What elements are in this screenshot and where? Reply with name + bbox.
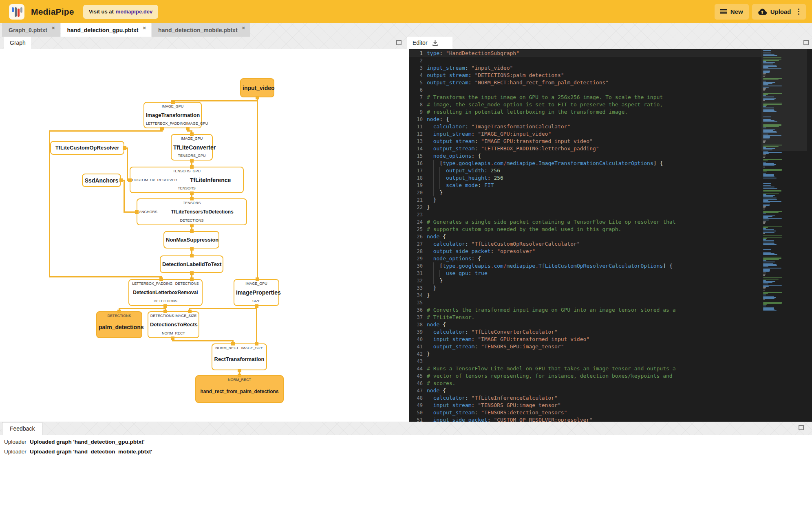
tab-editor[interactable]: Editor bbox=[407, 37, 452, 49]
graph-node-TfLiteConverter[interactable]: IMAGE_GPUTfLiteConverterTENSORS_GPU bbox=[171, 134, 213, 161]
port-square bbox=[171, 337, 174, 340]
graph-node-ImageProperties[interactable]: IMAGE_GPUImagePropertiesSIZE bbox=[234, 279, 279, 306]
node-title-row: RectTransformation bbox=[214, 350, 265, 368]
file-tab-label: hand_detection_gpu.pbtxt bbox=[67, 27, 139, 33]
node-title: TfLiteConverter bbox=[173, 144, 216, 151]
graph-tab-label: Graph bbox=[10, 40, 26, 46]
node-output-ports: DETECTIONS bbox=[139, 218, 245, 223]
graph-node-DetectionLabelIdToText[interactable]: DetectionLabelIdToText bbox=[160, 255, 223, 273]
node-output-ports: NORM_RECT bbox=[150, 331, 197, 336]
upload-button[interactable]: Upload bbox=[752, 4, 806, 20]
node-title: hand_rect_from_palm_detections bbox=[198, 388, 281, 395]
line-number: 5 bbox=[409, 79, 423, 86]
graph-node-ImageTransformation[interactable]: IMAGE_GPUImageTransformationLETTERBOX_PA… bbox=[143, 102, 202, 128]
code-area[interactable]: 1type: "HandDetectionSubgraph"23input_st… bbox=[409, 50, 761, 422]
graph-node-hand_rect_from_palm_detections[interactable]: NORM_RECThand_rect_from_palm_detections bbox=[195, 375, 284, 403]
line-number: 31 bbox=[409, 270, 423, 277]
node-output-ports: DETECTIONS bbox=[131, 299, 200, 304]
port-square bbox=[160, 127, 164, 130]
close-icon[interactable]: × bbox=[51, 25, 56, 31]
visit-link[interactable]: Visit us at mediapipe.dev bbox=[83, 5, 159, 19]
graph-node-DetectionLetterboxRemoval[interactable]: LETTERBOX_PADDINGDETECTIONSDetectionLett… bbox=[128, 279, 203, 306]
port-square bbox=[255, 304, 258, 308]
code-line: 13 output_stream: "IMAGE_GPU:transformed… bbox=[409, 138, 761, 145]
close-icon[interactable]: × bbox=[142, 25, 147, 31]
download-icon[interactable] bbox=[432, 40, 439, 46]
node-title-row: CUSTOM_OP_RESOLVERTfLiteInference bbox=[132, 174, 241, 186]
line-number: 20 bbox=[409, 189, 423, 196]
new-graph-icon bbox=[720, 9, 727, 14]
visit-url[interactable]: mediapipe.dev bbox=[116, 9, 152, 15]
code-line: 50 output_stream: "TENSORS:detection_ten… bbox=[409, 409, 761, 416]
graph-node-TfLiteInference[interactable]: TENSORS_GPUCUSTOM_OP_RESOLVERTfLiteInfer… bbox=[130, 167, 244, 193]
tab-graph[interactable]: Graph bbox=[4, 37, 31, 49]
edge-segment bbox=[127, 147, 128, 181]
node-input-ports: TENSORS_GPU bbox=[132, 169, 241, 174]
graph-node-DetectionsToRects[interactable]: DETECTIONSIMAGE_SIZEDetectionsToRectsNOR… bbox=[148, 311, 199, 338]
close-icon[interactable]: × bbox=[241, 25, 246, 31]
main-area: Graph Editor input_videoIMAGE_GPUImageTr… bbox=[0, 37, 812, 422]
feedback-tab-strip: Feedback bbox=[0, 422, 812, 435]
line-number: 45 bbox=[409, 372, 423, 380]
node-input-ports: NORM_RECTIMAGE_SIZE bbox=[214, 346, 265, 350]
port-square bbox=[190, 159, 194, 163]
feedback-tab-label: Feedback bbox=[10, 425, 35, 432]
file-tab-hand_detection_gpu.pbtxt[interactable]: hand_detection_gpu.pbtxt× bbox=[61, 23, 151, 37]
code-editor[interactable]: 1type: "HandDetectionSubgraph"23input_st… bbox=[409, 49, 812, 422]
node-title: SsdAnchors bbox=[84, 177, 119, 184]
file-tabs: Graph_0.pbtxt×hand_detection_gpu.pbtxt×h… bbox=[0, 23, 812, 37]
graph-node-input_video[interactable]: input_video bbox=[240, 78, 274, 97]
line-number: 4 bbox=[409, 72, 423, 79]
node-input-ports: IMAGE_GPU bbox=[236, 282, 277, 286]
graph-expand-button[interactable] bbox=[396, 40, 402, 45]
line-number: 47 bbox=[409, 387, 423, 394]
code-line: 32 } bbox=[409, 277, 761, 284]
node-input-ports: DETECTIONS bbox=[99, 314, 140, 318]
indent-guide bbox=[427, 138, 427, 145]
tab-feedback[interactable]: Feedback bbox=[2, 422, 42, 435]
editor-scrollbar[interactable] bbox=[807, 49, 812, 422]
code-line: 25# supports custom ops needed by the mo… bbox=[409, 226, 761, 233]
node-title: palm_detections bbox=[99, 324, 143, 330]
new-button[interactable]: New bbox=[715, 4, 749, 20]
line-number: 25 bbox=[409, 226, 423, 233]
graph-node-TfLiteCustomOpResolver[interactable]: TfLiteCustomOpResolver bbox=[50, 141, 124, 155]
code-line: 46# scores. bbox=[409, 380, 761, 387]
line-number: 42 bbox=[409, 350, 423, 358]
port-square bbox=[255, 342, 258, 345]
indent-guide bbox=[427, 130, 427, 138]
edge-segment bbox=[49, 130, 50, 277]
upload-button-label: Upload bbox=[770, 8, 791, 15]
graph-node-TfLiteTensorsToDetections[interactable]: TENSORSANCHORSTfLiteTensorsToDetectionsD… bbox=[137, 198, 247, 225]
indent-guide bbox=[433, 182, 434, 189]
edge-segment bbox=[49, 276, 162, 277]
line-number: 14 bbox=[409, 145, 423, 152]
code-line: 18 output_height: 256 bbox=[409, 174, 761, 182]
graph-canvas[interactable]: input_videoIMAGE_GPUImageTransformationL… bbox=[0, 49, 409, 422]
code-line: 7# Transforms the input image on GPU to … bbox=[409, 94, 761, 101]
code-line: 51 input_side_packet: "CUSTOM_OP_RESOLVE… bbox=[409, 416, 761, 422]
node-title-row: DetectionLetterboxRemoval bbox=[131, 286, 200, 299]
feedback-message: Uploaded graph 'hand_detection_mobile.pb… bbox=[30, 449, 152, 455]
file-tab-hand_detection_mobile.pbtxt[interactable]: hand_detection_mobile.pbtxt× bbox=[152, 23, 250, 37]
file-tab-Graph_0.pbtxt[interactable]: Graph_0.pbtxt× bbox=[2, 23, 60, 37]
new-button-label: New bbox=[730, 8, 743, 15]
port-square bbox=[159, 277, 163, 281]
graph-node-RectTransformation[interactable]: NORM_RECTIMAGE_SIZERectTransformation bbox=[212, 343, 267, 370]
indent-guide bbox=[427, 123, 427, 130]
graph-node-palm_detections[interactable]: DETECTIONSpalm_detections bbox=[96, 311, 142, 338]
graph-node-NonMaxSuppression[interactable]: NonMaxSuppression bbox=[163, 231, 219, 249]
code-line: 16 [type.googleapis.com/mediapipe.ImageT… bbox=[409, 160, 761, 167]
indent-guide bbox=[433, 262, 434, 270]
port-square bbox=[171, 100, 175, 104]
port-square bbox=[123, 146, 126, 150]
editor-expand-button[interactable] bbox=[803, 40, 809, 45]
node-title: input_video bbox=[243, 85, 275, 91]
kebab-menu-icon[interactable] bbox=[797, 8, 801, 16]
node-title-row: ANCHORSTfLiteTensorsToDetections bbox=[139, 205, 245, 218]
editor-minimap[interactable] bbox=[761, 49, 807, 422]
feedback-log: UploaderUploaded graph 'hand_detection_g… bbox=[0, 435, 812, 506]
feedback-expand-button[interactable] bbox=[799, 425, 804, 430]
graph-node-SsdAnchors[interactable]: SsdAnchors bbox=[82, 174, 121, 187]
line-number: 29 bbox=[409, 255, 423, 262]
